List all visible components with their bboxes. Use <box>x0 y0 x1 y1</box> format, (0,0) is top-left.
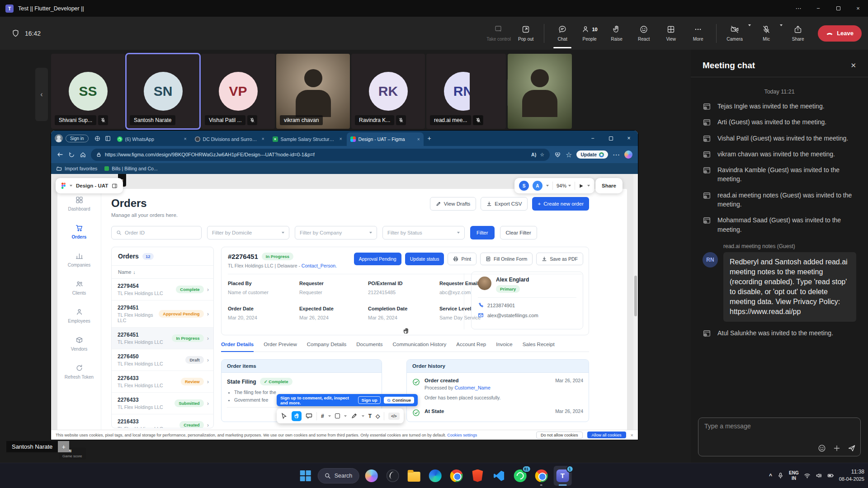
create-new-order-button[interactable]: +Create new order <box>532 197 589 211</box>
browser-tab[interactable]: (6) WhatsApp × <box>113 133 190 145</box>
window-more-icon[interactable]: ⋯ <box>788 0 808 17</box>
contact-person-link[interactable]: Contact_Person. <box>302 263 337 268</box>
bookmark-bills-billing[interactable]: Bills | Billing and Co... <box>104 166 157 171</box>
text-tool-icon[interactable]: T <box>368 413 372 419</box>
detail-tab[interactable]: Invoice <box>496 342 512 352</box>
signin-button[interactable]: Sign in <box>66 135 89 142</box>
customer-name-link[interactable]: Customer_Name <box>455 385 491 390</box>
sidebar-item-clients[interactable]: Clients <box>59 280 99 296</box>
detail-tab[interactable]: Company Details <box>307 342 347 352</box>
more-button[interactable]: More <box>685 20 711 47</box>
figma-canvas[interactable]: ≋S Dashboard Orders Companies <box>51 174 638 440</box>
move-tool-icon[interactable] <box>281 413 288 419</box>
vertical-tabs-icon[interactable] <box>105 136 111 141</box>
mic-options-chevron-icon[interactable] <box>780 26 783 34</box>
chat-messages[interactable]: Today 11:21 Tejas Ingle was invited to t… <box>691 82 868 409</box>
sidebar-item-orders[interactable]: Orders <box>59 224 99 239</box>
sidebar-item-dashboard[interactable]: Dashboard <box>59 196 99 211</box>
mic-button[interactable]: Mic <box>754 20 779 47</box>
file-menu-chevron-icon[interactable] <box>70 185 72 187</box>
update-status-button[interactable]: Update status <box>405 253 444 265</box>
favorites-bar-icon[interactable]: ☆ <box>566 150 572 159</box>
browser-minimize-icon[interactable]: − <box>584 131 602 146</box>
camera-button[interactable]: Camera <box>722 20 747 47</box>
clear-filter-button[interactable]: Clear Filter <box>500 226 537 239</box>
tray-mic-icon[interactable] <box>777 472 784 479</box>
address-bar[interactable]: https://www.figma.com/design/9BKQ0FOHRWa… <box>91 149 550 161</box>
scrollbar-thumb[interactable] <box>634 276 637 316</box>
edge-app-icon[interactable] <box>426 466 444 486</box>
sidebar-item-companies[interactable]: Companies <box>59 252 99 267</box>
chat-close-icon[interactable]: ✕ <box>850 61 856 70</box>
filter-company-select[interactable]: Filter by Company <box>295 226 377 239</box>
presenter-add-icon[interactable]: + <box>58 441 69 452</box>
print-button[interactable]: Print <box>448 253 476 265</box>
filter-domicile-select[interactable]: Filter by Domicile <box>207 226 289 239</box>
contact-email[interactable]: alex@vstatefilings.com <box>487 313 538 318</box>
window-maximize-icon[interactable] <box>828 0 848 17</box>
read-aloud-icon[interactable]: A) <box>531 152 536 157</box>
back-icon[interactable] <box>57 151 64 158</box>
frame-tool-icon[interactable]: # <box>321 413 324 419</box>
emoji-icon[interactable] <box>818 444 826 452</box>
order-row[interactable]: 2216433 TL Flex Holdings LLC Created › <box>112 414 213 428</box>
fill-online-form-button[interactable]: Fill Online Form <box>480 253 533 265</box>
cookies-settings-link[interactable]: Cookies settings <box>447 433 477 437</box>
window-close-icon[interactable]: × <box>848 0 868 17</box>
wifi-icon[interactable] <box>804 472 811 479</box>
sidebar-item-refresh-token[interactable]: Refresh Token <box>59 364 99 380</box>
collaborator-avatar[interactable]: S <box>519 181 529 191</box>
bookmark-import-favorites[interactable]: Import favorites <box>57 166 97 171</box>
browser-maximize-icon[interactable] <box>602 131 620 146</box>
whatsapp-app-icon[interactable]: 81 <box>511 466 529 486</box>
people-button[interactable]: 10 People <box>577 20 602 47</box>
save-as-pdf-button[interactable]: Save as PDF <box>536 253 583 265</box>
order-row[interactable]: 2276433 TL Flex Holdings LLC Submitted › <box>112 393 213 414</box>
participant-tile[interactable]: VP Vishal Patil ... <box>201 54 275 129</box>
browser-essentials-icon[interactable] <box>554 151 561 158</box>
order-row[interactable]: 2279454 TL Flex Holdings LLC Complete › <box>112 279 213 300</box>
battery-icon[interactable] <box>827 472 834 479</box>
tray-expand-icon[interactable]: ^ <box>769 473 772 479</box>
frame-tool-chevron-icon[interactable] <box>328 415 331 417</box>
browser-profile-chip[interactable]: Sign in <box>55 134 89 142</box>
sidebar-item-employees[interactable]: Employees <box>59 308 99 324</box>
allow-cookies-button[interactable]: Allow all cookies <box>587 432 626 438</box>
update-button[interactable]: Update <box>576 150 608 159</box>
present-chevron-icon[interactable] <box>587 185 590 187</box>
participant-tile[interactable]: SN Santosh Narate <box>126 54 200 129</box>
tab-close-icon[interactable]: × <box>262 136 264 141</box>
participant-tile[interactable]: SS Shivani Sup... <box>51 54 125 129</box>
attach-plus-icon[interactable] <box>833 444 841 452</box>
approval-pending-button[interactable]: Approval Pending <box>354 253 401 265</box>
signup-button[interactable]: Sign up <box>358 396 381 404</box>
view-drafts-button[interactable]: View Drafts <box>430 197 476 211</box>
participant-tile-photo[interactable] <box>508 54 572 129</box>
zoom-level-dropdown[interactable]: 94% <box>557 183 571 188</box>
present-icon[interactable] <box>579 183 584 188</box>
tiles-scroll-left-button[interactable]: ‹ <box>35 68 48 121</box>
leave-button[interactable]: Leave <box>818 25 862 42</box>
figma-share-button[interactable]: Share <box>595 178 623 193</box>
reader-mode-icon[interactable] <box>112 183 118 189</box>
browser-tab[interactable]: Sample Salary Structure with calc × <box>269 133 346 145</box>
filter-status-select[interactable]: Filter by Status <box>382 226 465 239</box>
tab-close-icon[interactable]: × <box>340 136 342 141</box>
copilot-icon[interactable] <box>624 150 632 159</box>
participant-tile-partial[interactable] <box>470 54 506 129</box>
browser-settings-dots-icon[interactable]: ⋯ <box>613 150 620 159</box>
detail-tab[interactable]: Documents <box>356 342 382 352</box>
taskbar-clock[interactable]: 11:3808-04-2025 <box>839 469 864 483</box>
order-id-search-input[interactable]: Order ID <box>111 226 202 239</box>
contact-phone[interactable]: 2123874901 <box>487 303 515 308</box>
react-button[interactable]: React <box>631 20 656 47</box>
participant-tile[interactable]: vikram chavan <box>276 54 350 129</box>
browser-scrollbar[interactable] <box>633 174 638 440</box>
taskbar-search[interactable]: Search <box>318 468 359 483</box>
sidebar-item-vendors[interactable]: Vendors <box>59 336 99 352</box>
clock-app-icon[interactable] <box>383 466 401 486</box>
volume-icon[interactable] <box>816 472 822 479</box>
tab-close-icon[interactable]: × <box>417 137 420 142</box>
share-button[interactable]: Share <box>785 20 811 47</box>
google-continue-button[interactable]: GContinue <box>384 397 414 404</box>
